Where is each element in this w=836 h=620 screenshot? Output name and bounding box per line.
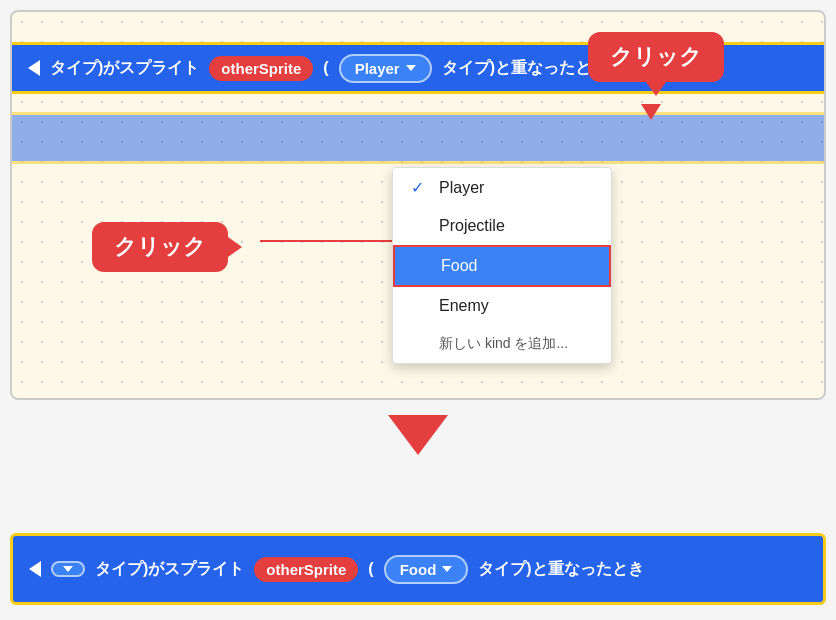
dropdown-item-label: 新しい kind を追加... — [439, 335, 568, 353]
bottom-paren-open: ( — [368, 560, 373, 578]
other-sprite-label: otherSprite — [209, 56, 313, 81]
bottom-left-dropdown[interactable] — [51, 561, 85, 577]
main-container: タイプ)がスプライト otherSprite ( Player タイプ)と重なっ… — [0, 0, 836, 620]
player-dropdown-value: Player — [355, 60, 400, 77]
bottom-panel: タイプ)がスプライト otherSprite ( Food タイプ)と重なったと… — [10, 533, 826, 605]
food-dropdown-arrow-icon — [442, 566, 452, 572]
top-panel-inner: タイプ)がスプライト otherSprite ( Player タイプ)と重なっ… — [12, 12, 824, 398]
check-icon: ✓ — [411, 178, 429, 197]
top-panel: タイプ)がスプライト otherSprite ( Player タイプ)と重なっ… — [10, 10, 826, 400]
triangle-icon-bottom — [29, 561, 41, 577]
paren-open: ( — [323, 59, 328, 77]
arrow-down-container — [388, 415, 448, 455]
dropdown-menu[interactable]: ✓ Player Projectile Food Enemy — [392, 167, 612, 364]
food-dropdown[interactable]: Food — [384, 555, 469, 584]
connector-line — [260, 240, 408, 242]
dropdown-item-add-new[interactable]: 新しい kind を追加... — [393, 325, 611, 363]
block-text-post: タイプ)と重なったとき — [442, 58, 607, 79]
bottom-text-pre: タイプ)がスプライト — [95, 559, 244, 580]
dropdown-item-label: Projectile — [439, 217, 505, 235]
bottom-sprite-label: otherSprite — [254, 557, 358, 582]
dropdown-arrow-icon — [406, 65, 416, 71]
dropdown-item-player[interactable]: ✓ Player — [393, 168, 611, 207]
dropdown-item-label: Player — [439, 179, 484, 197]
top-arrow-pointer — [641, 104, 661, 120]
dropdown-item-projectile[interactable]: Projectile — [393, 207, 611, 245]
block-text-pre: タイプ)がスプライト — [50, 58, 199, 79]
player-dropdown[interactable]: Player — [339, 54, 432, 83]
bottom-text-post: タイプ)と重なったとき — [478, 559, 643, 580]
block-row-second — [12, 112, 824, 164]
triangle-icon — [28, 60, 40, 76]
food-dropdown-value: Food — [400, 561, 437, 578]
click-bubble-top: クリック — [588, 32, 724, 82]
arrow-down-icon — [388, 415, 448, 455]
dropdown-item-food[interactable]: Food — [393, 245, 611, 287]
dropdown-item-enemy[interactable]: Enemy — [393, 287, 611, 325]
arrow-pointer-down-icon — [641, 104, 661, 120]
dropdown-item-label: Enemy — [439, 297, 489, 315]
dropdown-item-label: Food — [441, 257, 477, 275]
bottom-left-arrow-icon — [63, 566, 73, 572]
click-bubble-left: クリック — [92, 222, 228, 272]
